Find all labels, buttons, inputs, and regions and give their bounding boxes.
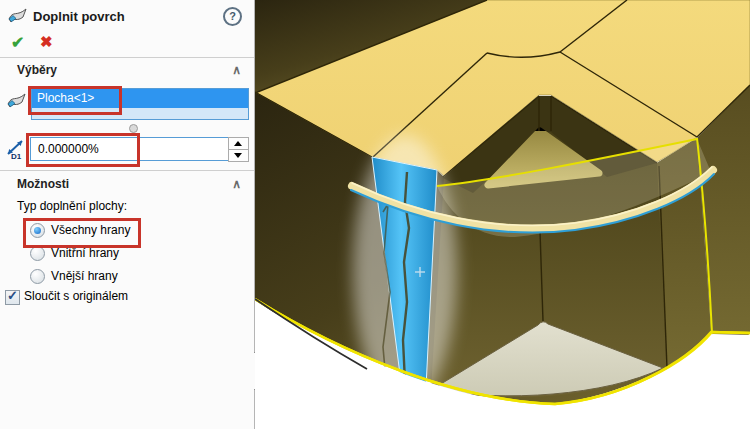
surface-select-icon (6, 92, 28, 113)
divider (0, 170, 254, 171)
merge-with-original-label: Sloučit s originálem (24, 289, 128, 303)
help-button[interactable]: ? (223, 7, 242, 26)
app-window: Doplnit povrch ? ✔ ✖ Výběry ∧ Plocha<1> … (0, 0, 750, 429)
selection-listbox[interactable]: Plocha<1> (31, 88, 249, 120)
cancel-button[interactable]: ✖ (40, 33, 53, 51)
distance-input[interactable]: 0.000000% (30, 137, 230, 161)
radio-button-icon[interactable] (30, 223, 45, 238)
untrim-type-label: Typ doplnění plochy: (17, 199, 127, 213)
collapse-icon[interactable]: ∧ (232, 63, 241, 77)
radio-button-icon[interactable] (30, 246, 45, 261)
selection-item[interactable]: Plocha<1> (32, 89, 248, 108)
listbox-resize-grip[interactable] (129, 124, 138, 133)
graphics-area-3d-viewport[interactable] (255, 0, 750, 429)
section-header-options[interactable]: Možnosti (17, 177, 69, 191)
distance-d1-icon: D1 (3, 138, 27, 163)
collapse-icon[interactable]: ∧ (232, 177, 241, 191)
radio-button-icon[interactable] (30, 269, 45, 284)
untrim-surface-icon (7, 7, 29, 28)
property-manager-panel: Doplnit povrch ? ✔ ✖ Výběry ∧ Plocha<1> … (0, 0, 255, 429)
page-title: Doplnit povrch (33, 9, 125, 24)
spinner-down-button[interactable] (228, 149, 249, 162)
ok-button[interactable]: ✔ (11, 33, 24, 52)
svg-text:D1: D1 (11, 152, 22, 160)
divider (0, 57, 254, 58)
section-header-selections[interactable]: Výběry (17, 63, 57, 77)
merge-with-original-checkbox[interactable]: ✓ (5, 290, 20, 305)
